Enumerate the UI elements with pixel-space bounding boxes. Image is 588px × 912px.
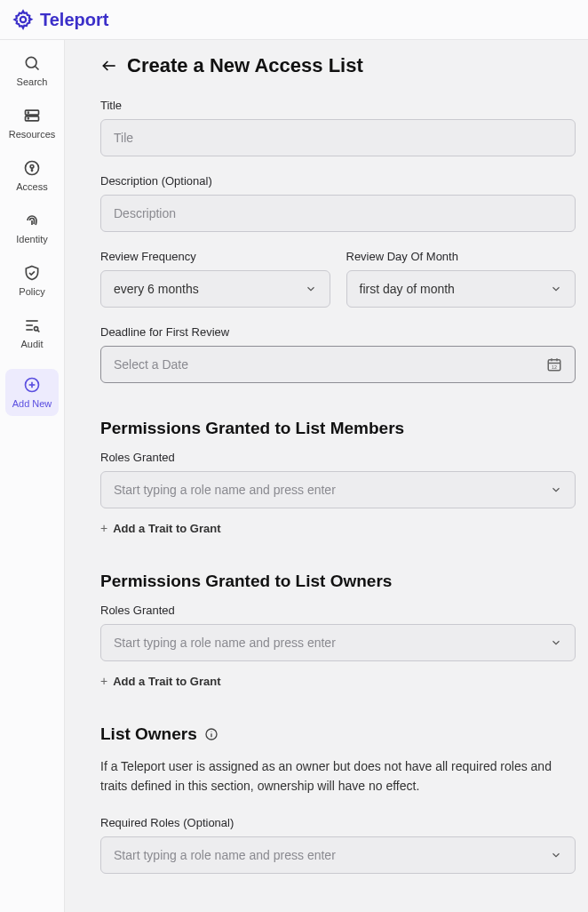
info-icon[interactable] — [204, 727, 219, 741]
sidebar-item-resources[interactable]: Resources — [5, 107, 59, 140]
review-day-label: Review Day Of Month — [346, 250, 576, 263]
deadline-label: Deadline for First Review — [100, 325, 576, 339]
page-title: Create a New Access List — [127, 54, 363, 77]
chevron-down-icon — [550, 849, 562, 861]
review-frequency-label: Review Frequency — [100, 250, 330, 263]
sidebar: Search Resources Access Identity Policy … — [0, 40, 65, 912]
fingerprint-icon — [23, 212, 41, 229]
list-owners-helper: If a Teleport user is assigned as an own… — [100, 756, 576, 796]
sidebar-item-label: Search — [17, 76, 48, 87]
review-frequency-value: every 6 months — [114, 282, 199, 296]
sidebar-item-search[interactable]: Search — [5, 54, 59, 87]
chevron-down-icon — [305, 283, 317, 295]
description-label: Description (Optional) — [100, 174, 576, 188]
plus-icon: + — [100, 521, 107, 535]
description-input-wrapper — [100, 195, 576, 232]
required-roles-label: Required Roles (Optional) — [100, 816, 576, 829]
description-input[interactable] — [114, 206, 562, 220]
svg-text:12: 12 — [552, 364, 557, 370]
title-label: Title — [100, 99, 576, 112]
members-roles-select[interactable]: Start typing a role name and press enter — [100, 471, 576, 508]
sidebar-item-add-new[interactable]: Add New — [5, 369, 59, 416]
svg-point-5 — [28, 112, 28, 113]
list-owners-heading: List Owners — [100, 724, 576, 744]
brand-logo[interactable]: Teleport — [12, 9, 108, 30]
review-day-select[interactable]: first day of month — [346, 270, 576, 308]
sidebar-item-access[interactable]: Access — [5, 159, 59, 192]
owners-roles-select[interactable]: Start typing a role name and press enter — [100, 624, 576, 661]
app-header: Teleport — [0, 0, 588, 40]
main-content: Create a New Access List Title Descripti… — [65, 40, 588, 912]
deadline-input[interactable]: Select a Date 12 — [100, 346, 576, 383]
sidebar-item-label: Policy — [19, 286, 44, 297]
svg-line-2 — [36, 67, 39, 70]
chevron-down-icon — [550, 283, 562, 295]
svg-point-25 — [211, 731, 211, 732]
svg-line-13 — [37, 330, 39, 332]
sidebar-item-label: Audit — [20, 339, 43, 349]
shield-icon — [23, 264, 41, 282]
deadline-placeholder: Select a Date — [114, 357, 188, 372]
title-input[interactable] — [114, 131, 562, 145]
owners-roles-label: Roles Granted — [100, 604, 576, 617]
sidebar-item-label: Add New — [12, 398, 52, 409]
required-roles-placeholder: Start typing a role name and press enter — [114, 848, 336, 862]
members-roles-placeholder: Start typing a role name and press enter — [114, 483, 336, 497]
sidebar-item-label: Identity — [16, 234, 47, 244]
review-day-value: first day of month — [360, 282, 455, 296]
svg-point-6 — [28, 118, 28, 119]
svg-point-0 — [20, 17, 26, 22]
required-roles-select[interactable]: Start typing a role name and press enter — [100, 836, 576, 874]
members-add-trait-label: Add a Trait to Grant — [113, 522, 220, 535]
owners-add-trait-button[interactable]: + Add a Trait to Grant — [100, 674, 221, 688]
sidebar-item-policy[interactable]: Policy — [5, 264, 59, 297]
owners-roles-placeholder: Start typing a role name and press enter — [114, 636, 336, 650]
list-owners-heading-text: List Owners — [100, 724, 197, 744]
key-icon — [23, 159, 41, 177]
gear-icon — [12, 9, 34, 30]
calendar-icon: 12 — [546, 356, 562, 372]
list-search-icon — [23, 316, 41, 334]
sidebar-item-identity[interactable]: Identity — [5, 212, 59, 244]
sidebar-item-label: Resources — [9, 129, 56, 140]
back-arrow-icon[interactable] — [100, 57, 118, 75]
owners-add-trait-label: Add a Trait to Grant — [113, 675, 220, 688]
svg-point-8 — [30, 165, 34, 169]
members-roles-label: Roles Granted — [100, 451, 576, 464]
title-input-wrapper — [100, 119, 576, 156]
chevron-down-icon — [550, 636, 562, 649]
owners-permissions-heading: Permissions Granted to List Owners — [100, 572, 576, 591]
plus-circle-icon — [23, 376, 41, 394]
members-add-trait-button[interactable]: + Add a Trait to Grant — [100, 521, 221, 535]
brand-name: Teleport — [40, 10, 108, 30]
chevron-down-icon — [550, 484, 562, 496]
search-icon — [23, 54, 41, 72]
review-frequency-select[interactable]: every 6 months — [100, 270, 330, 308]
svg-point-12 — [35, 327, 38, 331]
sidebar-item-label: Access — [16, 181, 47, 192]
sidebar-item-audit[interactable]: Audit — [5, 316, 59, 349]
server-icon — [23, 107, 41, 124]
svg-point-1 — [26, 57, 36, 68]
members-permissions-heading: Permissions Granted to List Members — [100, 419, 576, 438]
plus-icon: + — [100, 674, 107, 688]
